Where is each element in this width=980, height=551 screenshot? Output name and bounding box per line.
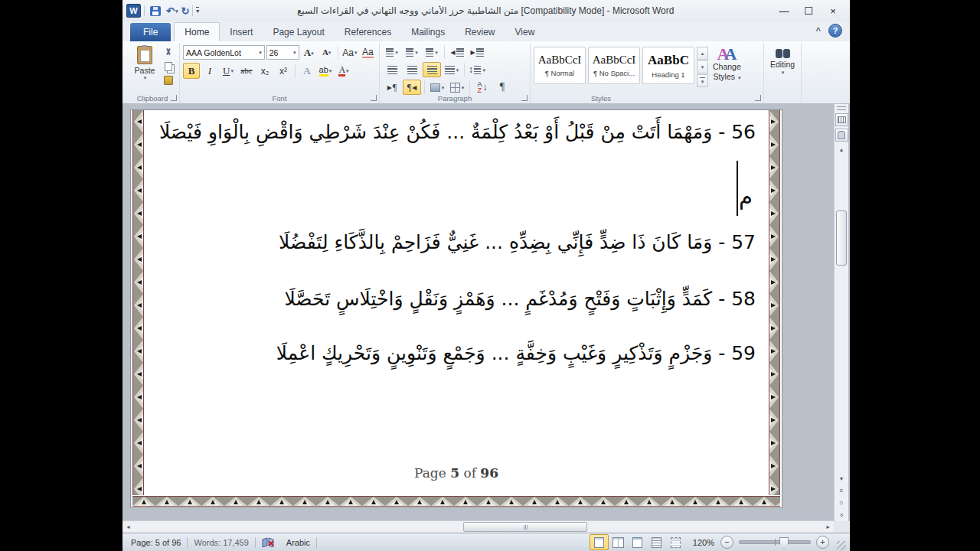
vertical-scroll-thumb[interactable]	[836, 210, 847, 266]
rtl-direction-button[interactable]: ¶◂	[403, 80, 421, 95]
scroll-up-button[interactable]: ▴	[835, 144, 848, 155]
chevron-down-icon[interactable]: ▾	[230, 68, 234, 73]
tab-page-layout[interactable]: Page Layout	[263, 23, 334, 41]
chevron-down-icon[interactable]: ▾	[415, 50, 418, 55]
previous-page-button[interactable]: «	[835, 484, 848, 497]
chevron-down-icon[interactable]: ▾	[256, 50, 262, 56]
bold-button[interactable]: B	[183, 63, 200, 79]
shading-button[interactable]: ▾	[428, 80, 446, 95]
font-size-combo[interactable]: 26▾	[266, 45, 299, 60]
tab-view[interactable]: View	[505, 23, 545, 41]
chevron-down-icon[interactable]: ▾	[462, 85, 465, 90]
paste-dropdown-icon[interactable]: ▾	[144, 75, 147, 81]
split-handle[interactable]	[837, 106, 846, 110]
align-center-button[interactable]	[403, 62, 421, 77]
justify-button[interactable]: ▾	[443, 62, 461, 77]
word-app-icon[interactable]: W	[126, 4, 141, 18]
numbering-button[interactable]: ▾	[403, 44, 421, 60]
tab-references[interactable]: References	[335, 23, 401, 41]
style-no-spacing[interactable]: AaBbCcI ¶ No Spaci...	[588, 47, 640, 84]
copy-button[interactable]	[161, 60, 176, 73]
chevron-down-icon[interactable]: ▾	[435, 50, 438, 55]
web-layout-view-button[interactable]	[628, 534, 647, 550]
status-word-count[interactable]: Words: 17,459	[188, 538, 254, 547]
subscript-button[interactable]: x₂	[256, 63, 273, 79]
maximize-button[interactable]: ☐	[796, 2, 821, 19]
scroll-left-button[interactable]: ◂	[122, 521, 134, 533]
help-icon[interactable]: ?	[828, 24, 842, 37]
window-resize-grip[interactable]	[837, 541, 846, 550]
align-right-button[interactable]	[423, 62, 441, 77]
zoom-out-button[interactable]: −	[720, 536, 733, 549]
clipboard-dialog-launcher-icon[interactable]	[171, 95, 177, 101]
zoom-slider-track[interactable]	[739, 540, 811, 544]
status-page-indicator[interactable]: Page: 5 of 96	[125, 538, 187, 547]
horizontal-scrollbar[interactable]: ◂ ▸	[122, 520, 834, 533]
chevron-down-icon[interactable]: ▾	[329, 68, 332, 73]
zoom-slider-handle[interactable]	[779, 537, 789, 549]
chevron-down-icon[interactable]: ▾	[291, 50, 296, 56]
undo-dropdown-icon[interactable]: ▾	[175, 8, 178, 14]
superscript-button[interactable]: x²	[275, 63, 292, 79]
minimize-button[interactable]: —	[772, 2, 796, 19]
pan-tool-button[interactable]	[835, 129, 848, 142]
minimize-ribbon-icon[interactable]: ^	[816, 26, 821, 35]
verse-56[interactable]: 56 - وَمَهْمَا أَتَتْ مِنْ قَبْلُ أَوْ ب…	[140, 121, 756, 143]
redo-button[interactable]: ↻	[181, 6, 189, 16]
italic-button[interactable]: I	[201, 63, 218, 79]
typed-line[interactable]: م	[737, 161, 753, 222]
status-language[interactable]: Arabic	[280, 538, 316, 547]
clear-formatting-button[interactable]: Aa	[360, 44, 376, 60]
outline-view-button[interactable]	[647, 534, 666, 550]
cut-button[interactable]	[161, 47, 176, 59]
select-browse-object-button[interactable]: ○	[835, 497, 848, 509]
styles-dialog-launcher-icon[interactable]	[755, 95, 761, 101]
chevron-down-icon[interactable]: ▾	[346, 68, 349, 73]
ltr-direction-button[interactable]: ▸¶	[383, 80, 401, 95]
change-case-button[interactable]: Aa▾	[341, 44, 358, 60]
tab-insert[interactable]: Insert	[220, 23, 263, 41]
paste-button[interactable]: Paste ▾	[129, 44, 161, 92]
save-button[interactable]	[148, 5, 163, 17]
vertical-scroll-track[interactable]	[835, 155, 848, 473]
show-hide-marks-button[interactable]: ¶	[493, 80, 511, 95]
style-heading-1[interactable]: AaBbC Heading 1	[642, 47, 694, 84]
paragraph-dialog-launcher-icon[interactable]	[521, 95, 528, 101]
underline-button[interactable]: U▾	[220, 63, 237, 79]
tab-home[interactable]: Home	[174, 22, 220, 41]
align-left-button[interactable]	[383, 62, 401, 77]
shrink-font-button[interactable]: A▾	[318, 44, 335, 60]
font-name-combo[interactable]: AAA GoldenLot▾	[183, 45, 265, 60]
style-normal[interactable]: AaBbCcI ¶ Normal	[534, 47, 586, 84]
close-button[interactable]: ×	[821, 2, 845, 19]
undo-button[interactable]: ↶▾	[166, 6, 178, 16]
borders-button[interactable]: ▾	[448, 80, 466, 95]
styles-scroll-down-button[interactable]: ▾	[697, 60, 708, 73]
zoom-in-button[interactable]: +	[816, 536, 829, 549]
format-painter-button[interactable]	[161, 74, 176, 86]
print-layout-view-button[interactable]	[590, 534, 609, 550]
next-page-button[interactable]: «	[835, 509, 848, 521]
grow-font-button[interactable]: A▴	[301, 44, 317, 60]
proofing-status-button[interactable]	[256, 537, 280, 547]
sort-button[interactable]: AZ↓	[473, 80, 492, 95]
change-styles-button[interactable]: AA Change Styles ▾	[710, 44, 744, 92]
strikethrough-button[interactable]: abc	[238, 63, 255, 79]
zoom-level-label[interactable]: 120%	[685, 538, 720, 547]
styles-more-button[interactable]: ▾	[697, 74, 708, 87]
bullets-button[interactable]: ▾	[383, 44, 401, 60]
chevron-down-icon[interactable]: ▾	[354, 50, 358, 55]
chevron-down-icon[interactable]: ▾	[482, 67, 485, 73]
draft-view-button[interactable]	[666, 534, 685, 550]
full-screen-reading-view-button[interactable]	[609, 534, 628, 550]
increase-indent-button[interactable]: ▸	[468, 44, 486, 60]
horizontal-scroll-track[interactable]	[134, 521, 822, 533]
chevron-down-icon[interactable]: ▾	[442, 85, 445, 90]
line-spacing-button[interactable]: ↕▾	[468, 62, 486, 77]
verse-58[interactable]: 58 - كَمَدٍّ وَإِثْبَاتٍ وَفَتْحٍ وَمُدْ…	[140, 288, 756, 310]
verse-59[interactable]: 59 - وَجَزْمٍ وَتَذْكِيرٍ وَغَيْبٍ وَخِف…	[140, 342, 756, 364]
text-effects-button[interactable]: A	[299, 63, 315, 79]
vertical-scrollbar[interactable]: ▴ ▾ « ○ «	[834, 104, 848, 521]
decrease-indent-button[interactable]: ◂	[448, 44, 466, 60]
multilevel-list-button[interactable]: ▾	[423, 44, 441, 60]
